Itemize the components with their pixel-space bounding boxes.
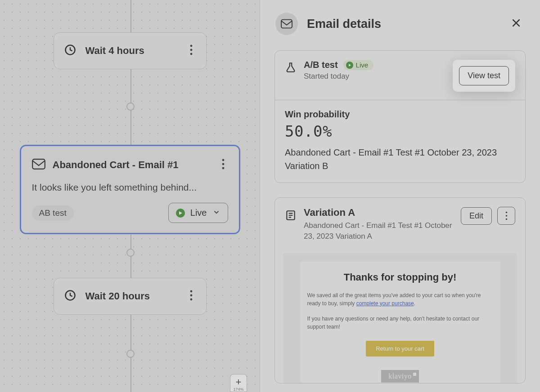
leading-variation-text: Abandoned Cart - Email #1 Test #1 Octobe… (285, 146, 515, 173)
preview-heading: Thanks for stopping by! (307, 272, 493, 283)
flow-node-dot[interactable] (126, 249, 135, 257)
svg-point-2 (190, 49, 192, 51)
ab-test-tag: AB test (32, 205, 74, 221)
svg-point-9 (190, 290, 192, 293)
variation-menu-button[interactable] (497, 207, 515, 225)
envelope-icon (275, 13, 298, 35)
ab-test-title: A/B test (304, 60, 338, 70)
status-dropdown[interactable]: Live (168, 203, 228, 223)
variation-subtitle: Abandoned Cart - Email #1 Test #1 Octobe… (304, 220, 454, 242)
preview-paragraph-2: If you have any questions or need any he… (307, 315, 493, 331)
wait-label: Wait 4 hours (86, 45, 177, 57)
close-button[interactable] (508, 14, 525, 33)
svg-point-1 (190, 45, 192, 47)
variation-a-card: Variation A Abandoned Cart - Email #1 Te… (274, 197, 526, 383)
edit-button[interactable]: Edit (461, 207, 492, 225)
chevron-down-icon (212, 208, 220, 218)
preview-paragraph-1: We saved all of the great items you've a… (307, 291, 493, 307)
wait-node-4h[interactable]: Wait 4 hours (54, 32, 207, 69)
svg-point-10 (190, 294, 192, 297)
win-probability-label: Win probability (285, 109, 515, 120)
flask-icon (285, 60, 297, 75)
complete-purchase-link[interactable]: complete your purchase (356, 300, 414, 307)
panel-title: Email details (307, 17, 381, 31)
flow-node-dot[interactable] (126, 102, 135, 111)
status-text: Live (356, 61, 369, 69)
klaviyo-brand-badge: klaviyo (381, 370, 419, 383)
view-test-highlight: View test (453, 60, 515, 92)
svg-point-5 (222, 159, 224, 161)
flow-canvas[interactable]: Wait 4 hours Abandoned Cart - Email #1 I… (0, 0, 260, 392)
play-icon (176, 209, 185, 218)
email-preview: Thanks for stopping by! We saved all of … (283, 253, 517, 383)
preview-cta-button[interactable]: Return to your cart (366, 341, 434, 356)
variation-title: Variation A (304, 207, 454, 218)
svg-rect-4 (32, 159, 45, 169)
wait-node-menu-button[interactable] (186, 287, 196, 305)
view-test-button[interactable]: View test (459, 66, 509, 85)
email-node-subject: It looks like you left something behind.… (32, 182, 228, 193)
envelope-icon (32, 159, 45, 171)
email-details-panel: Email details A/B test Live Started toda… (260, 0, 540, 392)
wait-label: Wait 20 hours (86, 290, 177, 302)
flow-node-dot[interactable] (126, 350, 135, 358)
svg-point-16 (505, 218, 507, 220)
wait-node-menu-button[interactable] (186, 42, 196, 60)
svg-point-3 (190, 53, 192, 55)
status-badge: Live (343, 60, 374, 70)
clock-icon (64, 289, 76, 303)
zoom-controls[interactable]: + 174% (230, 374, 247, 392)
svg-point-15 (505, 215, 507, 217)
email-node-title: Abandoned Cart - Email #1 (53, 159, 211, 171)
wait-node-20h[interactable]: Wait 20 hours (54, 278, 207, 315)
status-label: Live (190, 208, 207, 218)
document-icon (285, 209, 297, 223)
ab-test-started: Started today (304, 72, 446, 81)
email-node-abandoned-cart-1[interactable]: Abandoned Cart - Email #1 It looks like … (20, 145, 240, 234)
win-probability-value: 50.0% (285, 122, 515, 140)
svg-point-11 (190, 298, 192, 301)
svg-rect-12 (281, 20, 292, 28)
zoom-percentage: 174% (233, 387, 243, 392)
svg-point-7 (222, 167, 224, 169)
email-node-menu-button[interactable] (218, 156, 228, 174)
clock-icon (64, 44, 76, 58)
zoom-in-icon[interactable]: + (236, 377, 242, 387)
play-icon (346, 62, 353, 69)
ab-test-card: A/B test Live Started today View test Wi… (274, 50, 526, 183)
svg-point-6 (222, 163, 224, 165)
svg-point-14 (505, 212, 507, 214)
